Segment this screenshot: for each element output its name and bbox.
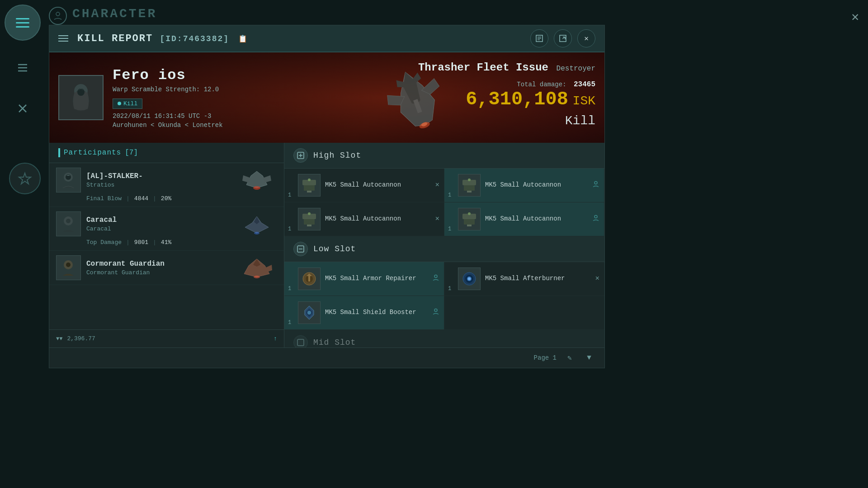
next-slot-title: Mid Slot [313, 338, 356, 347]
hero-right-info: Thrasher Fleet Issue Destroyer Total dam… [418, 61, 595, 128]
module-remove-button[interactable]: × [435, 181, 439, 189]
module-item[interactable]: 1 MK5 Small Autocannon × [284, 169, 444, 202]
sidebar-star-icon[interactable] [9, 163, 41, 194]
svg-point-39 [468, 178, 471, 181]
ship-name: Thrasher Fleet Issue Destroyer [418, 61, 595, 74]
participant-details: [AL]-STALKER- Stratios [86, 172, 231, 188]
participant-name: Cormorant Guardian [86, 260, 231, 268]
high-slot-modules-grid: 1 MK5 Small Autocannon × [284, 169, 604, 236]
panel-bottom-bar: Page 1 ✎ ▼ [49, 347, 604, 368]
module-item-empty [444, 296, 604, 330]
participant-ship: Cormorant Guardian [86, 269, 231, 276]
module-image [458, 174, 481, 197]
character-label: CHARACTER [72, 7, 157, 21]
module-name: MK5 Small Armor Repairer [325, 274, 416, 283]
participants-list: [AL]-STALKER- Stratios [49, 163, 284, 329]
avatar [56, 211, 81, 236]
app-close-button[interactable]: ✕ [851, 9, 859, 24]
main-content: Participants [7] [49, 143, 604, 347]
module-qty: 1 [448, 226, 451, 232]
participants-header: Participants [7] [49, 143, 284, 163]
module-qty: 1 [448, 286, 451, 292]
svg-point-41 [594, 182, 597, 184]
module-person-button[interactable] [592, 215, 599, 224]
module-image [298, 174, 321, 197]
svg-rect-34 [304, 185, 315, 191]
module-remove-button[interactable]: × [435, 215, 439, 223]
panel-export-button[interactable] [554, 29, 572, 47]
module-item[interactable]: 1 MK5 Small Autocannon × [284, 202, 444, 236]
high-slot-icon [293, 148, 308, 163]
sidebar-menu-icon[interactable] [9, 54, 36, 81]
next-slot-header: Mid Slot [284, 330, 604, 347]
module-qty: 1 [288, 286, 291, 292]
hero-kill-badge: Kill [113, 99, 142, 109]
modules-panel: High Slot 1 [284, 143, 604, 347]
svg-point-48 [468, 212, 471, 215]
module-person-button[interactable] [432, 274, 439, 284]
list-item[interactable]: Caracal Caracal [49, 207, 284, 251]
low-slot-modules-grid: 1 MK5 Small Armor Repairer [284, 262, 604, 330]
module-qty: 1 [288, 192, 291, 198]
kill-id: [ID:7463382] [160, 34, 229, 43]
module-item[interactable]: 1 MK5 Small Afterburner × [444, 262, 604, 296]
kill-dot [118, 102, 121, 105]
list-item[interactable]: [AL]-STALKER- Stratios [49, 163, 284, 207]
list-item[interactable]: Cormorant Guardian Cormorant Guardian [49, 251, 284, 285]
svg-point-50 [594, 216, 597, 218]
module-name: MK5 Small Autocannon [325, 181, 401, 190]
participants-bottom-bar: ▼▼ 2,396.77 ↑ [49, 329, 284, 347]
kill-report-panel: KILL REPORT [ID:7463382] 📋 ✕ [49, 25, 605, 368]
module-item[interactable]: 1 MK5 Small Armor Repairer [284, 262, 444, 296]
module-name: MK5 Small Afterburner [485, 274, 565, 283]
module-person-button[interactable] [432, 308, 439, 318]
panel-notes-button[interactable] [530, 29, 548, 47]
svg-rect-40 [467, 191, 472, 192]
total-damage-label: Total damage: 23465 [418, 80, 595, 89]
participant-name: Caracal [86, 216, 231, 224]
kill-type-label: Kill [418, 114, 595, 128]
panel-header: KILL REPORT [ID:7463382] 📋 ✕ [49, 25, 604, 52]
hamburger-icon [16, 18, 29, 28]
svg-point-17 [77, 89, 85, 96]
svg-point-35 [308, 178, 311, 181]
svg-marker-6 [19, 173, 31, 184]
participant-row: [AL]-STALKER- Stratios [56, 168, 277, 192]
panel-header-left: KILL REPORT [ID:7463382] 📋 [58, 33, 248, 44]
svg-point-59 [468, 277, 471, 280]
participant-ship-image [236, 211, 277, 236]
participant-details: Caracal Caracal [86, 216, 231, 232]
character-icon [49, 7, 67, 25]
svg-point-26 [254, 232, 259, 235]
panel-hamburger-button[interactable] [58, 35, 68, 42]
sidebar-combat-icon[interactable] [9, 95, 36, 122]
module-item[interactable]: 1 MK5 Small Autocannon [444, 202, 604, 236]
low-slot-title: Low Slot [313, 244, 356, 253]
filter-button[interactable]: ▼ [583, 352, 595, 364]
svg-rect-43 [304, 219, 315, 225]
module-item[interactable]: 1 MK5 Small Autocannon [444, 169, 604, 202]
svg-point-60 [307, 311, 311, 314]
module-person-button[interactable] [592, 181, 599, 190]
module-name: MK5 Small Autocannon [485, 215, 561, 224]
participant-stats: Final Blow | 4844 | 20% [56, 195, 277, 202]
next-slot-section: Mid Slot [284, 330, 604, 347]
module-item[interactable]: 1 MK5 Small Shield Booster [284, 296, 444, 330]
module-qty: 1 [288, 319, 291, 326]
svg-point-29 [254, 276, 260, 278]
hero-avatar [58, 75, 104, 120]
panel-close-button[interactable]: ✕ [577, 29, 595, 47]
next-slot-icon [293, 335, 308, 347]
edit-button[interactable]: ✎ [563, 352, 576, 364]
module-remove-button[interactable]: × [595, 275, 599, 283]
hero-section: Fero ios Warp Scramble Strength: 12.0 Ki… [49, 52, 604, 143]
high-slot-title: High Slot [313, 151, 361, 160]
app-menu-button[interactable] [5, 5, 41, 41]
svg-rect-45 [307, 225, 311, 226]
svg-point-61 [434, 309, 437, 312]
svg-point-55 [434, 275, 437, 278]
module-name: MK5 Small Autocannon [325, 215, 401, 224]
module-image [298, 208, 321, 230]
page-info: Page 1 [534, 354, 557, 361]
participants-stat-display: 2,396.77 [67, 335, 95, 342]
